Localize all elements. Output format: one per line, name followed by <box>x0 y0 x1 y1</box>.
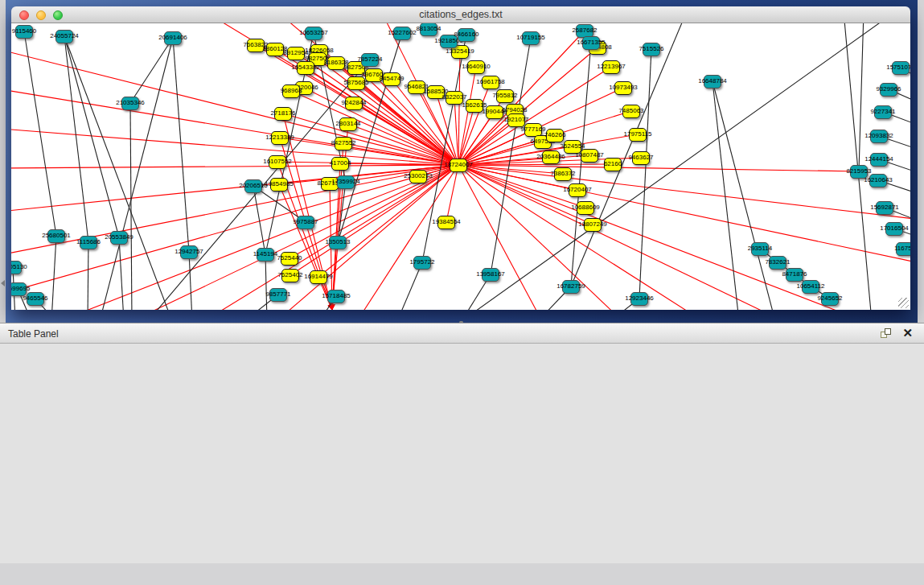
network-node[interactable] <box>614 81 632 95</box>
network-node[interactable] <box>482 268 499 282</box>
network-node[interactable] <box>821 292 839 306</box>
network-node[interactable] <box>287 47 305 60</box>
network-node[interactable] <box>576 24 593 38</box>
network-edge[interactable] <box>119 237 124 310</box>
network-node[interactable] <box>47 229 65 243</box>
network-edge[interactable] <box>458 165 910 265</box>
network-node[interactable] <box>582 36 600 50</box>
network-node[interactable] <box>329 236 347 249</box>
network-edge[interactable] <box>189 252 192 310</box>
network-node[interactable] <box>80 236 97 249</box>
network-edge[interactable] <box>64 36 119 237</box>
network-node[interactable] <box>458 28 475 42</box>
network-edge[interactable] <box>462 23 896 310</box>
network-edge[interactable] <box>713 81 775 310</box>
network-edge[interactable] <box>130 38 173 103</box>
network-node[interactable] <box>337 175 355 189</box>
network-edge[interactable] <box>859 23 864 171</box>
network-node[interactable] <box>564 140 581 154</box>
network-edge[interactable] <box>458 165 622 310</box>
network-node[interactable] <box>347 76 365 90</box>
network-node[interactable] <box>345 97 363 110</box>
network-node[interactable] <box>450 159 467 172</box>
window-titlebar[interactable]: citations_edges.txt <box>11 6 910 23</box>
network-edge[interactable] <box>11 165 458 297</box>
network-node[interactable] <box>11 261 22 274</box>
network-node[interactable] <box>269 155 286 169</box>
network-node[interactable] <box>383 72 400 86</box>
network-node[interactable] <box>885 222 903 236</box>
network-node[interactable] <box>643 43 660 56</box>
network-node[interactable] <box>786 268 803 282</box>
network-node[interactable] <box>467 60 485 74</box>
window-resize-grip[interactable] <box>898 298 909 308</box>
network-node[interactable] <box>629 128 647 142</box>
network-node[interactable] <box>27 292 44 306</box>
network-node[interactable] <box>632 151 650 165</box>
network-node[interactable] <box>896 242 910 256</box>
network-edge[interactable] <box>11 165 458 168</box>
network-node[interactable] <box>486 105 503 119</box>
network-node[interactable] <box>524 123 542 137</box>
network-node[interactable] <box>577 201 594 215</box>
network-node[interactable] <box>870 130 888 143</box>
network-node[interactable] <box>630 292 648 306</box>
network-node[interactable] <box>365 68 383 82</box>
network-node[interactable] <box>622 105 640 118</box>
network-node[interactable] <box>704 75 721 89</box>
network-edge[interactable] <box>639 49 651 299</box>
network-node[interactable] <box>266 43 284 56</box>
network-node[interactable] <box>876 201 893 215</box>
network-node[interactable] <box>282 84 300 98</box>
network-node[interactable] <box>542 150 560 164</box>
network-node[interactable] <box>446 91 463 105</box>
network-node[interactable] <box>55 30 73 43</box>
network-node[interactable] <box>569 183 586 197</box>
network-node[interactable] <box>310 270 327 284</box>
network-edge[interactable] <box>290 165 458 258</box>
network-node[interactable] <box>335 137 352 150</box>
network-node[interactable] <box>554 167 572 181</box>
network-node[interactable] <box>802 280 819 294</box>
network-node[interactable] <box>244 179 262 193</box>
network-node[interactable] <box>269 288 287 302</box>
network-edge[interactable] <box>265 254 267 310</box>
network-edge[interactable] <box>458 165 542 310</box>
network-edge[interactable] <box>88 242 88 310</box>
network-node[interactable] <box>281 252 298 266</box>
network-node[interactable] <box>870 153 888 167</box>
network-node[interactable] <box>180 245 198 259</box>
network-node[interactable] <box>427 85 445 99</box>
network-node[interactable] <box>164 31 182 45</box>
collapse-panel-arrow-icon[interactable] <box>1 280 5 286</box>
network-node[interactable] <box>327 290 345 303</box>
network-node[interactable] <box>751 242 769 256</box>
network-node[interactable] <box>270 178 288 192</box>
network-node[interactable] <box>437 216 455 229</box>
network-node[interactable] <box>602 60 620 74</box>
network-node[interactable] <box>496 89 514 103</box>
network-node[interactable] <box>769 256 786 270</box>
network-edge[interactable] <box>11 165 458 257</box>
network-edge[interactable] <box>24 31 56 236</box>
network-edge[interactable] <box>397 262 422 310</box>
network-node[interactable] <box>413 256 431 270</box>
network-node[interactable] <box>892 61 910 75</box>
network-node[interactable] <box>274 107 292 121</box>
network-node[interactable] <box>361 53 379 67</box>
network-edge[interactable] <box>11 165 458 212</box>
network-edge[interactable] <box>357 165 458 310</box>
network-node[interactable] <box>121 97 139 110</box>
network-node[interactable] <box>297 61 314 75</box>
network-edge[interactable] <box>51 236 56 310</box>
network-node[interactable] <box>507 113 525 127</box>
network-node[interactable] <box>321 177 339 191</box>
network-edge[interactable] <box>491 38 531 274</box>
network-node[interactable] <box>874 105 892 119</box>
network-node[interactable] <box>409 170 427 183</box>
network-node[interactable] <box>604 158 622 171</box>
network-node[interactable] <box>850 165 868 179</box>
network-node[interactable] <box>420 23 437 36</box>
network-node[interactable] <box>15 25 33 39</box>
network-canvas[interactable]: 1872400776638228860128891295418226058982… <box>11 23 910 310</box>
